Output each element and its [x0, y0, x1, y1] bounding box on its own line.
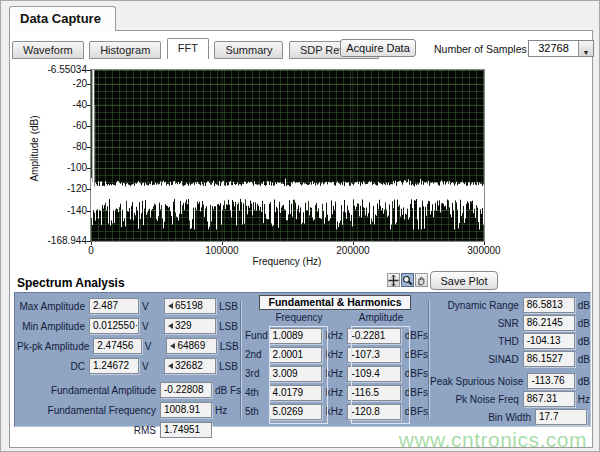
- harmonic-row: 5th 5.0269 kHz -120.8 dBFs: [242, 402, 428, 421]
- measurement-row: Min Amplitude 0.012550· V 329 LSB: [17, 316, 242, 336]
- harmonic-row: 3rd 3.009 kHz -109.4 dBFs: [242, 364, 428, 383]
- y-tick-label: -80: [34, 141, 87, 152]
- crosshair-cursor-icon[interactable]: [387, 273, 400, 287]
- bin-width-field: 17.7: [535, 409, 587, 425]
- measurement-row: THD -104.13 dB: [430, 332, 590, 350]
- tab-fft[interactable]: FFT: [167, 38, 209, 59]
- plot-tool-buttons: [387, 273, 429, 287]
- dc-volts-field: 1.24672: [89, 358, 139, 374]
- page-tab-data-capture[interactable]: Data Capture: [9, 6, 116, 31]
- measurement-row: Max Amplitude 2.487 V 65198 LSB: [17, 296, 242, 316]
- page-title: Data Capture: [20, 11, 101, 26]
- samples-combobox[interactable]: 32768 ▼: [528, 40, 594, 57]
- max-amplitude-lsb-field: 65198: [164, 298, 216, 314]
- y-tick-label: -60: [34, 120, 87, 131]
- truncation-indicator-icon: [168, 363, 173, 369]
- x-axis-title: Frequency (Hz): [227, 256, 347, 267]
- fft-trace-canvas: [91, 70, 484, 241]
- combo-arrow-button[interactable]: ▼: [578, 41, 593, 56]
- pan-hand-icon[interactable]: [415, 273, 428, 287]
- h5-frequency-field: 5.0269: [269, 404, 322, 420]
- y-tick-mark: [87, 189, 91, 190]
- x-tick-mark: [91, 242, 92, 245]
- sinad-field: 86.1527: [523, 351, 575, 367]
- fft-graph: Amplitude (dB) Frequency (Hz) -6.55034-2…: [10, 59, 594, 271]
- save-plot-button[interactable]: Save Plot: [430, 271, 498, 290]
- y-tick-label: -120: [34, 183, 87, 194]
- y-tick-label: -6.55034: [34, 64, 87, 75]
- acquire-data-button[interactable]: Acquire Data: [340, 39, 416, 57]
- tab-waveform[interactable]: Waveform: [12, 41, 84, 59]
- measurement-row: SNR 86.2145 dB: [430, 314, 590, 332]
- y-tick-label: -40: [34, 99, 87, 110]
- truncation-indicator-icon: [170, 343, 175, 349]
- x-tick-label: 300000: [454, 245, 514, 256]
- pkpk-amplitude-volts-field: 2.47456: [93, 338, 141, 354]
- spectrum-analysis-panel: Max Amplitude 2.487 V 65198 LSB Min Ampl…: [14, 292, 591, 427]
- y-tick-mark: [87, 168, 91, 169]
- truncation-indicator-icon: [168, 303, 173, 309]
- harmonics-table-title: Fundamental & Harmonics: [259, 295, 411, 310]
- fund-frequency-field: 1.0089: [269, 328, 322, 344]
- y-tick-mark: [87, 126, 91, 127]
- measurement-row: SINAD 86.1527 dB: [430, 350, 590, 368]
- x-tick-mark: [484, 242, 485, 245]
- measurement-row: DC 1.24672 V 32682 LSB: [17, 356, 242, 376]
- h4-amplitude-field: -116.5: [347, 385, 400, 401]
- measurement-row: Pk-pk Amplitude 2.47456 V 64869 LSB: [17, 336, 242, 356]
- h2-frequency-field: 2.0001: [269, 347, 322, 363]
- content-panel: Waveform Histogram FFT Summary SDP Revis…: [9, 30, 593, 448]
- number-of-samples-label: Number of Samples: [434, 43, 527, 55]
- y-tick-mark: [87, 84, 91, 85]
- samples-value: 32768: [529, 41, 578, 56]
- tab-histogram[interactable]: Histogram: [89, 41, 161, 59]
- frequency-column-header: Frequency: [272, 312, 326, 323]
- measurement-row: Fundamental Amplitude -0.22808 dB Fs: [17, 380, 242, 400]
- truncation-indicator-icon: [168, 323, 173, 329]
- h5-amplitude-field: -120.8: [347, 404, 400, 420]
- harmonic-row: 4th 4.0179 kHz -116.5 dBFs: [242, 383, 428, 402]
- dynamic-range-field: 86.5813: [523, 297, 575, 313]
- x-tick-label: 200000: [323, 245, 383, 256]
- min-amplitude-volts-field: 0.012550·: [89, 318, 139, 334]
- x-tick-label: 0: [61, 245, 121, 256]
- measurement-row: Dynamic Range 86.5813 dB: [430, 296, 590, 314]
- x-tick-label: 100000: [192, 245, 252, 256]
- h4-frequency-field: 4.0179: [269, 385, 322, 401]
- noise-metrics-column: Dynamic Range 86.5813 dB SNR 86.2145 dB …: [430, 296, 590, 426]
- harmonics-headers: Frequency Amplitude: [242, 312, 428, 326]
- measurement-row: RMS 1.74951: [17, 420, 242, 440]
- dc-lsb-field: 32682: [164, 358, 216, 374]
- thd-field: -104.13: [523, 333, 575, 349]
- zoom-tool-icon[interactable]: [401, 273, 414, 287]
- tab-summary[interactable]: Summary: [214, 41, 283, 59]
- chevron-down-icon: ▼: [583, 49, 590, 56]
- data-capture-window: Data Capture Waveform Histogram FFT Summ…: [0, 0, 600, 452]
- fundamental-amplitude-field: -0.22808: [160, 382, 212, 398]
- spectrum-analysis-title: Spectrum Analysis: [17, 276, 125, 290]
- harmonic-row: Fund 1.0089 kHz -0.2281 dBFs: [242, 326, 428, 345]
- harmonics-column: Fundamental & Harmonics Frequency Amplit…: [242, 295, 428, 421]
- measurement-row: Fundamental Frequency 1008.91 Hz: [17, 400, 242, 420]
- snr-field: 86.2145: [523, 315, 575, 331]
- max-amplitude-volts-field: 2.487: [89, 298, 139, 314]
- panel-divider: [428, 301, 429, 419]
- measurement-row: Peak Spurious Noise -113.76 dB: [430, 372, 590, 390]
- y-tick-mark: [87, 147, 91, 148]
- x-tick-mark: [353, 242, 354, 245]
- y-tick-label: -20: [34, 78, 87, 89]
- pk-noise-freq-field: 867.31: [523, 391, 575, 407]
- h2-amplitude-field: -107.3: [347, 347, 400, 363]
- y-tick-mark: [87, 211, 91, 212]
- y-tick-mark: [87, 105, 91, 106]
- y-tick-label: -100: [34, 162, 87, 173]
- watermark-text: www.cntronics.com: [399, 428, 587, 452]
- harmonic-row: 2nd 2.0001 kHz -107.3 dBFs: [242, 345, 428, 364]
- min-amplitude-lsb-field: 329: [164, 318, 216, 334]
- fund-amplitude-field: -0.2281: [347, 328, 400, 344]
- fft-plot-area[interactable]: [90, 69, 485, 242]
- pkpk-amplitude-lsb-field: 64869: [166, 338, 216, 354]
- y-tick-label: -140: [34, 205, 87, 216]
- amplitude-column-header: Amplitude: [354, 312, 408, 323]
- rms-field: 1.74951: [160, 422, 212, 438]
